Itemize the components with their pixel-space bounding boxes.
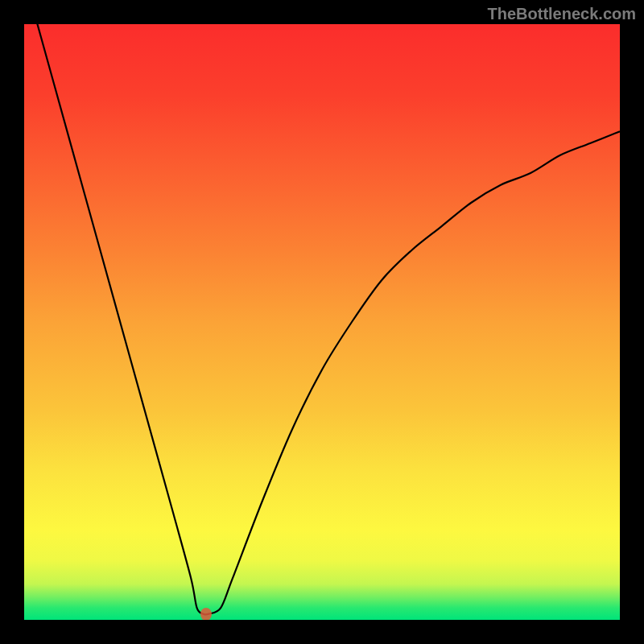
marker-optimal-point: [200, 608, 212, 620]
bottleneck-curve: [24, 24, 620, 620]
plot-area: [24, 24, 620, 620]
watermark-text: TheBottleneck.com: [488, 5, 636, 23]
chart-root: TheBottleneck.com: [0, 0, 644, 644]
